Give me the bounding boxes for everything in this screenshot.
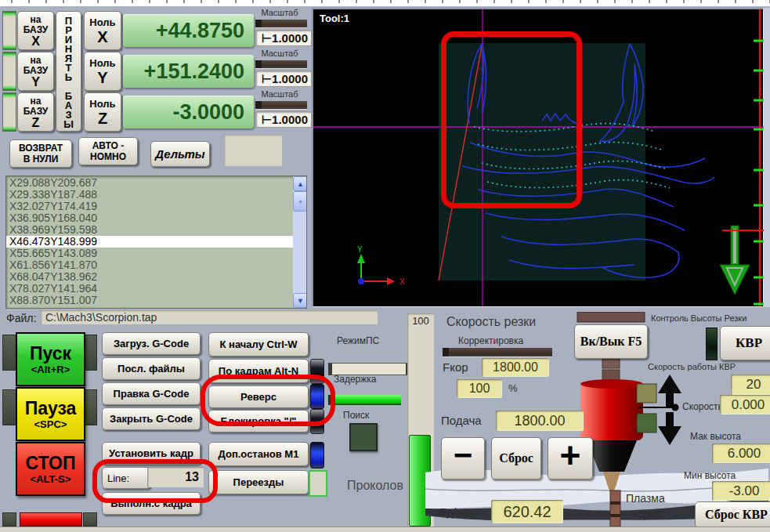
block-delete-button[interactable]: Блокировка "/"	[208, 410, 309, 432]
stop-button[interactable]: СТОП <ALT-S>	[16, 442, 85, 496]
delay-label: Задержка	[334, 374, 377, 385]
x-home-led	[2, 11, 16, 50]
fkor-dro[interactable]: 1800.00	[482, 358, 549, 377]
z-scale-dro[interactable]: ⊢1.0000	[255, 111, 312, 128]
gcode-line[interactable]: X61.856Y141.870	[6, 259, 293, 271]
percent-dro[interactable]: 100	[457, 379, 502, 398]
speed-value: 0.000	[732, 397, 765, 413]
y-scale-slider[interactable]	[255, 60, 307, 68]
return-to-zero-button[interactable]: ВОЗВРАТ В НУЛИ	[9, 139, 72, 168]
autonomous-button[interactable]: АВТО - НОМНО	[78, 137, 138, 165]
traverses-button[interactable]: Переезды	[208, 470, 309, 494]
line-number-field[interactable]: 13	[147, 467, 204, 487]
pause-button[interactable]: Пауза <SPC>	[16, 387, 85, 441]
traverses-label: Переезды	[233, 476, 284, 488]
x-scale-dro[interactable]: ⊢1.0000	[255, 30, 312, 46]
z-scale-slider[interactable]	[255, 101, 307, 109]
recent-files-button[interactable]: Посл. файлы	[102, 357, 201, 380]
x-scale-slider[interactable]	[255, 20, 307, 27]
zero-z-label: Ноль	[89, 98, 115, 110]
load-gcode-button[interactable]: Загруз. G-Code	[102, 332, 201, 355]
set-line-button[interactable]: Установить кадр	[102, 442, 201, 465]
home-z-button[interactable]: на БАЗУ Z	[17, 92, 54, 132]
gcode-line[interactable]: X38.969Y159.598	[6, 224, 293, 236]
torch-onoff-button[interactable]: Вк/Вык F5	[574, 324, 648, 359]
y-scale-dro[interactable]: ⊢1.0000	[255, 71, 312, 87]
gcode-line[interactable]: X29.338Y187.488	[6, 189, 293, 201]
cut-speed-title: Скорость резки	[446, 315, 536, 329]
close-gcode-button[interactable]: Закрыть G-Code	[102, 407, 201, 430]
edit-gcode-button[interactable]: Правка G-Code	[102, 382, 201, 405]
deltas-button[interactable]: Дельты	[150, 141, 210, 167]
max-height-label: Мак высота	[690, 431, 741, 442]
rewind-button[interactable]: К началу Ctrl-W	[208, 332, 309, 356]
home-x-button[interactable]: на БАЗУ X	[17, 11, 54, 50]
thc-speed-dro[interactable]: 20	[731, 375, 770, 395]
home-y-letter: Y	[31, 76, 40, 88]
thc-speed-value: 20	[747, 377, 761, 393]
start-button[interactable]: Пуск <Alt+R>	[16, 332, 85, 386]
decor-block	[2, 389, 16, 425]
min-height-dro[interactable]: -3.00	[712, 481, 770, 501]
gcode-line[interactable]: X78.027Y141.964	[6, 283, 293, 295]
gcode-scrollbar[interactable]: ▲ ≡ ▼	[293, 176, 306, 306]
zero-x-button[interactable]: Ноль X	[84, 11, 121, 50]
decor-block	[83, 512, 97, 527]
optional-stop-led	[310, 442, 324, 469]
run-from-line-button[interactable]: Выполн.с кадра	[102, 492, 201, 515]
decor-block	[2, 335, 16, 371]
home-y-line1: на	[31, 56, 42, 66]
gcode-line-current[interactable]: X46.473Y148.999	[6, 236, 293, 248]
feed-override-slider[interactable]: 100	[407, 313, 434, 527]
home-z-line1: на	[31, 96, 42, 107]
thc-title: Контроль Высоты Резки	[651, 313, 747, 323]
zero-z-button[interactable]: Ноль Z	[84, 92, 121, 132]
gcode-line[interactable]: X55.665Y143.089	[6, 248, 293, 259]
units-dro[interactable]: 620.42	[491, 500, 563, 523]
feed-plus-button[interactable]: +	[548, 437, 593, 480]
gcode-list[interactable]: X29.088Y209.687 X29.338Y187.488 X32.027Y…	[5, 176, 307, 309]
correction-slider[interactable]	[443, 348, 552, 356]
speed-dro[interactable]: 0.000	[720, 395, 770, 414]
z-position-dro[interactable]: -3.0000	[123, 96, 254, 128]
gcode-line[interactable]: X36.905Y168.040	[6, 212, 293, 224]
auto-line2: НОМНО	[90, 151, 126, 162]
gcode-line[interactable]: X68.047Y138.962	[6, 271, 293, 283]
zero-y-button[interactable]: Ноль Y	[84, 52, 121, 91]
scroll-down-button[interactable]: ▼	[293, 293, 307, 308]
file-path-box: C:\Mach3\Scorpion.tap	[41, 310, 378, 324]
home-x-letter: X	[31, 35, 40, 47]
scroll-up-button[interactable]: ▲	[293, 176, 307, 191]
display-right-edge	[764, 8, 770, 307]
single-step-button[interactable]: По кадрам Alt-N	[208, 359, 309, 383]
home-y-button[interactable]: на БАЗУ Y	[17, 52, 54, 91]
y-home-led	[2, 52, 16, 91]
stop-label: СТОП	[26, 453, 76, 473]
axis-x-label: X	[399, 277, 405, 286]
scroll-thumb[interactable]: ≡	[293, 191, 307, 212]
thc-button[interactable]: КВР	[720, 326, 770, 360]
thc-led	[706, 328, 718, 360]
block-delete-label: Блокировка "/"	[220, 415, 296, 427]
thc-reset-button[interactable]: Сброс КВР	[695, 501, 770, 528]
feed-minus-button[interactable]: −	[441, 437, 485, 480]
y-position-dro[interactable]: +151.2400	[123, 55, 254, 88]
x-position-dro[interactable]: +44.8750	[123, 14, 254, 47]
toolpath-display[interactable]: Y X	[312, 8, 764, 307]
z-position-value: -3.0000	[172, 100, 244, 125]
gcode-line[interactable]: X88.870Y151.007	[6, 295, 293, 306]
gcode-line[interactable]: X32.027Y174.419	[6, 201, 293, 212]
gcode-line[interactable]: X29.088Y209.687	[6, 177, 293, 189]
feed-reset-button[interactable]: Сброс	[491, 437, 541, 480]
feed-dro[interactable]: 1800.00	[496, 411, 584, 431]
single-step-label: По кадрам Alt-N	[219, 365, 298, 377]
down-arrow-icon	[658, 412, 681, 445]
line-number-label: Line:	[107, 472, 129, 484]
plasma-panel: 100	[403, 312, 770, 527]
reverse-button[interactable]: Реверс	[208, 385, 309, 408]
optional-stop-button[interactable]: Доп.останов M1	[208, 442, 309, 466]
accept-bases-button[interactable]: ПРИНЯТЬ БАЗЫ	[56, 11, 81, 132]
z-home-led	[2, 92, 16, 132]
max-height-dro[interactable]: 6.000	[712, 443, 770, 463]
plasma-lit-label-2: горит	[634, 508, 661, 520]
